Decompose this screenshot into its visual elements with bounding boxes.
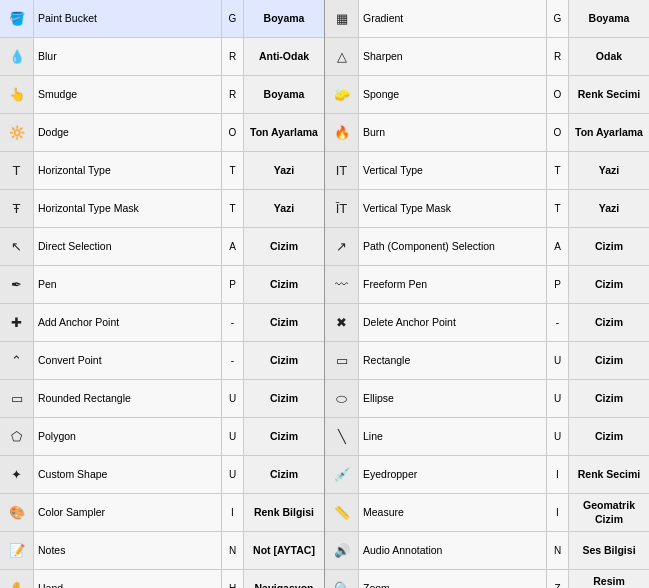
table-row[interactable]: ŦHorizontal Type MaskTYazi	[0, 190, 324, 228]
tool-name: Horizontal Type	[34, 152, 222, 189]
table-row[interactable]: 🧽SpongeORenk Secimi	[325, 76, 649, 114]
table-row[interactable]: 💧BlurRAnti-Odak	[0, 38, 324, 76]
icon-symbol: 〰	[335, 277, 348, 292]
table-row[interactable]: 💉EyedropperIRenk Secimi	[325, 456, 649, 494]
tool-name: Polygon	[34, 418, 222, 455]
icon-symbol: ĪT	[336, 201, 348, 216]
tool-translation: Ton Ayarlama	[244, 114, 324, 151]
tool-key: N	[222, 532, 244, 569]
tool-translation: Geomatrik Cizim	[569, 494, 649, 531]
table-row[interactable]: 🔥BurnOTon Ayarlama	[325, 114, 649, 152]
tool-key: P	[222, 266, 244, 303]
tool-icon: 👆	[0, 76, 34, 113]
icon-symbol: ✚	[11, 315, 22, 330]
tool-name: Burn	[359, 114, 547, 151]
icon-symbol: ╲	[338, 429, 346, 444]
tool-icon: 📏	[325, 494, 359, 531]
tool-translation: Boyama	[244, 76, 324, 113]
tool-key: O	[547, 114, 569, 151]
tool-name: Audio Annotation	[359, 532, 547, 569]
tool-translation: Cizim	[569, 418, 649, 455]
tool-translation: Renk Bilgisi	[244, 494, 324, 531]
tool-icon: ↖	[0, 228, 34, 265]
tool-translation: Cizim	[569, 266, 649, 303]
icon-symbol: 💉	[334, 467, 350, 482]
table-row[interactable]: 📝NotesNNot [AYTAC]	[0, 532, 324, 570]
tool-key: T	[547, 190, 569, 227]
tool-key: U	[222, 380, 244, 417]
table-row[interactable]: ✋HandHNavigasyon	[0, 570, 324, 588]
tool-name: Horizontal Type Mask	[34, 190, 222, 227]
table-row[interactable]: ⬭EllipseUCizim	[325, 380, 649, 418]
tool-name: Gradient	[359, 0, 547, 37]
table-row[interactable]: ▦GradientGBoyama	[325, 0, 649, 38]
table-row[interactable]: ▭RectangleUCizim	[325, 342, 649, 380]
tool-name: Ellipse	[359, 380, 547, 417]
tool-name: Zoom	[359, 570, 547, 588]
table-row[interactable]: 🔆DodgeOTon Ayarlama	[0, 114, 324, 152]
tool-name: Rectangle	[359, 342, 547, 379]
tool-translation: Cizim	[569, 380, 649, 417]
icon-symbol: 👆	[9, 87, 25, 102]
table-row[interactable]: ⬠PolygonUCizim	[0, 418, 324, 456]
icon-symbol: 🔊	[334, 543, 350, 558]
table-row[interactable]: △SharpenROdak	[325, 38, 649, 76]
icon-symbol: ▭	[336, 353, 348, 368]
tool-icon: 🎨	[0, 494, 34, 531]
right-panel: ▦GradientGBoyama△SharpenROdak🧽SpongeORen…	[325, 0, 649, 588]
table-row[interactable]: ╲LineUCizim	[325, 418, 649, 456]
table-row[interactable]: ✦Custom ShapeUCizim	[0, 456, 324, 494]
tool-translation: Cizim	[244, 456, 324, 493]
table-row[interactable]: 🪣Paint BucketGBoyama	[0, 0, 324, 38]
table-row[interactable]: ⌃Convert Point-Cizim	[0, 342, 324, 380]
table-row[interactable]: 📏MeasureIGeomatrik Cizim	[325, 494, 649, 532]
tool-icon: ▦	[325, 0, 359, 37]
tool-key: N	[547, 532, 569, 569]
table-row[interactable]: 🔊Audio AnnotationNSes Bilgisi	[325, 532, 649, 570]
tool-translation: Cizim	[569, 304, 649, 341]
tool-name: Color Sampler	[34, 494, 222, 531]
tool-translation: Boyama	[569, 0, 649, 37]
tool-icon: T	[0, 152, 34, 189]
tool-name: Smudge	[34, 76, 222, 113]
tool-icon: 🔍	[325, 570, 359, 588]
icon-symbol: ▦	[336, 11, 348, 26]
icon-symbol: 🎨	[9, 505, 25, 520]
tool-key: H	[222, 570, 244, 588]
icon-symbol: 💧	[9, 49, 25, 64]
tool-translation: Yazi	[569, 190, 649, 227]
table-row[interactable]: ↖Direct SelectionACizim	[0, 228, 324, 266]
tool-name: Pen	[34, 266, 222, 303]
table-row[interactable]: ✒PenPCizim	[0, 266, 324, 304]
table-row[interactable]: 🔍ZoomZResim Gorunumu	[325, 570, 649, 588]
tool-icon: ✖	[325, 304, 359, 341]
table-row[interactable]: ĪTVertical Type MaskTYazi	[325, 190, 649, 228]
tool-name: Vertical Type Mask	[359, 190, 547, 227]
tool-name: Sharpen	[359, 38, 547, 75]
tool-key: O	[222, 114, 244, 151]
tool-key: T	[222, 190, 244, 227]
icon-symbol: ▭	[11, 391, 23, 406]
table-row[interactable]: ↗Path (Component) SelectionACizim	[325, 228, 649, 266]
table-row[interactable]: 〰Freeform PenPCizim	[325, 266, 649, 304]
icon-symbol: ⌃	[11, 353, 22, 368]
tool-key: T	[547, 152, 569, 189]
table-row[interactable]: ✚Add Anchor Point-Cizim	[0, 304, 324, 342]
tool-name: Blur	[34, 38, 222, 75]
icon-symbol: 🔍	[334, 581, 350, 588]
tool-translation: Yazi	[244, 152, 324, 189]
table-row[interactable]: ITVertical TypeTYazi	[325, 152, 649, 190]
tool-icon: 🪣	[0, 0, 34, 37]
icon-symbol: ⬭	[336, 391, 347, 407]
table-row[interactable]: ▭Rounded RectangleUCizim	[0, 380, 324, 418]
table-row[interactable]: 👆SmudgeRBoyama	[0, 76, 324, 114]
tool-icon: ⬭	[325, 380, 359, 417]
tool-icon: ✚	[0, 304, 34, 341]
icon-symbol: △	[337, 49, 347, 64]
tool-icon: ⬠	[0, 418, 34, 455]
table-row[interactable]: THorizontal TypeTYazi	[0, 152, 324, 190]
tool-translation: Cizim	[569, 228, 649, 265]
table-row[interactable]: 🎨Color SamplerIRenk Bilgisi	[0, 494, 324, 532]
tool-key: R	[222, 38, 244, 75]
table-row[interactable]: ✖Delete Anchor Point-Cizim	[325, 304, 649, 342]
